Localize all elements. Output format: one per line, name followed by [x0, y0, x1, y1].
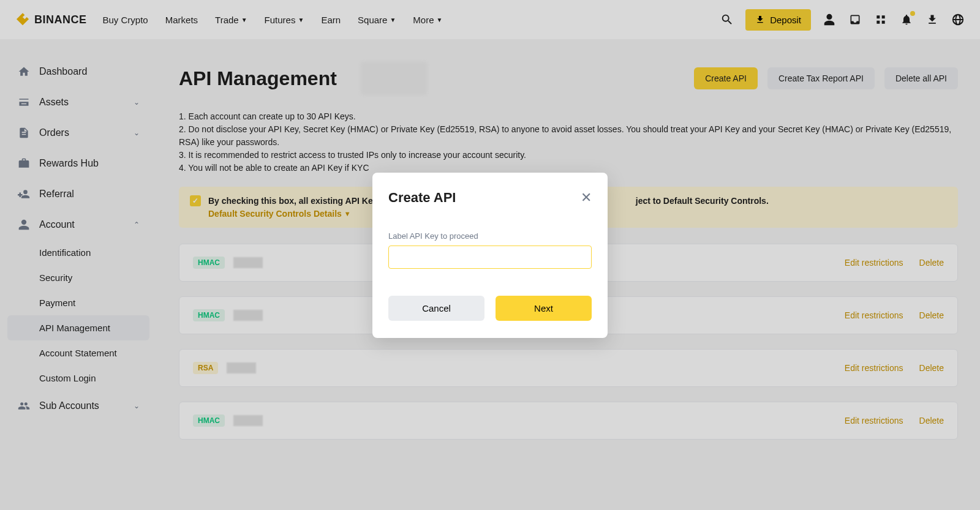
modal-title: Create API	[388, 190, 456, 206]
create-api-modal: Create API ✕ Label API Key to proceed Ca…	[372, 173, 608, 338]
modal-overlay[interactable]: Create API ✕ Label API Key to proceed Ca…	[0, 0, 980, 510]
api-label-field-label: Label API Key to proceed	[388, 231, 592, 241]
api-label-input[interactable]	[388, 246, 592, 269]
cancel-button[interactable]: Cancel	[388, 296, 484, 321]
next-button[interactable]: Next	[496, 296, 592, 321]
close-icon[interactable]: ✕	[581, 190, 592, 206]
